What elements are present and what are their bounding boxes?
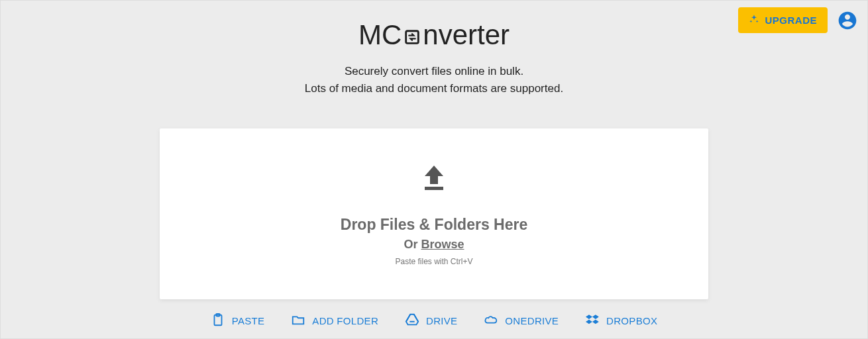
- dropbox-label: DROPBOX: [606, 315, 657, 326]
- dropbox-button[interactable]: DROPBOX: [585, 313, 657, 329]
- upload-icon: [418, 162, 450, 196]
- onedrive-icon: [484, 313, 498, 329]
- subtitle-line1: Securely convert files online in bulk.: [305, 63, 563, 80]
- add-folder-label: ADD FOLDER: [312, 315, 378, 326]
- subtitle: Securely convert files online in bulk. L…: [305, 63, 563, 97]
- browse-link[interactable]: Browse: [421, 238, 464, 251]
- brand-logo: MC nverter: [358, 19, 510, 51]
- onedrive-button[interactable]: ONEDRIVE: [484, 313, 559, 329]
- drop-title: Drop Files & Folders Here: [341, 216, 527, 234]
- dropbox-icon: [585, 313, 600, 329]
- paste-button[interactable]: PASTE: [211, 313, 265, 329]
- sparkle-icon: [749, 14, 759, 26]
- add-folder-button[interactable]: ADD FOLDER: [291, 313, 378, 329]
- paste-label: PASTE: [232, 315, 265, 326]
- subtitle-line2: Lots of media and document formats are s…: [305, 80, 563, 97]
- folder-icon: [291, 313, 305, 329]
- clipboard-icon: [211, 313, 225, 329]
- brand-prefix: MC: [358, 19, 402, 51]
- or-text: Or: [404, 238, 421, 251]
- upgrade-label: UPGRADE: [765, 15, 817, 26]
- svg-rect-1: [425, 187, 443, 190]
- drive-button[interactable]: DRIVE: [405, 313, 457, 329]
- drive-label: DRIVE: [426, 315, 457, 326]
- upgrade-button[interactable]: UPGRADE: [738, 7, 828, 33]
- onedrive-label: ONEDRIVE: [505, 315, 559, 326]
- brand-suffix: nverter: [423, 19, 510, 51]
- account-icon[interactable]: [837, 10, 858, 31]
- swap-icon: [403, 21, 421, 53]
- drop-zone[interactable]: Drop Files & Folders Here Or Browse Past…: [160, 128, 708, 299]
- google-drive-icon: [405, 313, 419, 329]
- svg-rect-0: [406, 31, 419, 44]
- paste-hint: Paste files with Ctrl+V: [395, 257, 472, 266]
- action-bar: PASTE ADD FOLDER DRIVE: [211, 313, 657, 329]
- drop-or-browse: Or Browse: [404, 238, 464, 252]
